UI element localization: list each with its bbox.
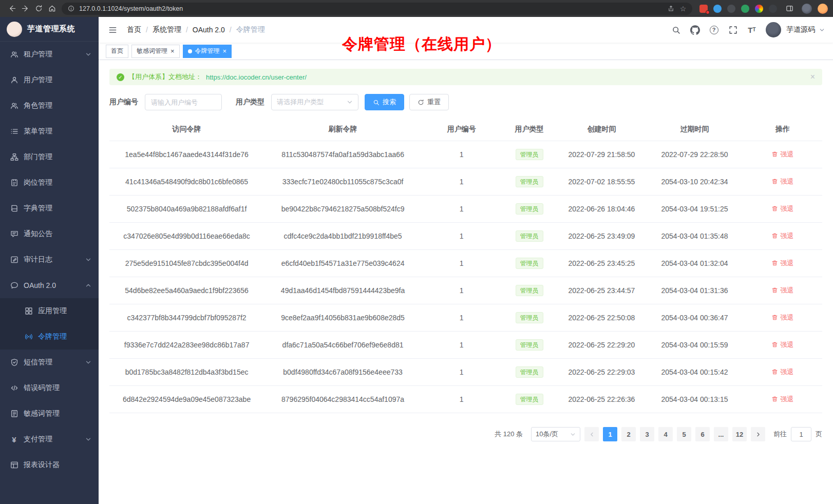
page-button-2[interactable]: 2 [621,427,636,441]
force-logout-button[interactable]: 强退 [771,204,793,214]
force-logout-button[interactable]: 强退 [771,231,793,241]
reset-button[interactable]: 重置 [409,94,449,110]
sensitive-words-book-icon [10,410,18,418]
page-ellipsis[interactable]: ... [714,427,728,441]
sidebar-item-role[interactable]: 角色管理 [0,93,99,119]
sidebar-item-notice[interactable]: 通知公告 [0,221,99,247]
sidebar-item-oauth-app[interactable]: 应用管理 [0,298,99,324]
extension-icon-red[interactable] [699,5,708,13]
site-info-icon[interactable] [67,5,75,13]
goto-page-input[interactable] [791,427,811,441]
user-id-input[interactable] [145,94,222,110]
back-button[interactable] [5,2,18,15]
search-icon[interactable] [671,25,681,35]
dictionary-book-icon [10,204,18,213]
url-bar[interactable]: 127.0.0.1:1024/system/oauth2/token ☆ [62,3,692,15]
tab-home[interactable]: 首页 [106,45,128,58]
trash-icon [771,205,778,212]
table-row: f9336e7c7dd242a283ee98dc86b17a87 dfa6c71… [109,332,822,359]
browser-chrome: 127.0.0.1:1024/system/oauth2/token ☆ [0,0,833,17]
app-logo[interactable]: 芋道管理系统 [0,17,99,42]
refresh-token-cell: e6cfd40eb1f54571a31e775e039c4624 [264,250,422,277]
side-panel-icon[interactable] [783,2,796,15]
tab-token-management[interactable]: 令牌管理 × [183,45,232,58]
page-button-5[interactable]: 5 [677,427,691,441]
sidebar-item-sms[interactable]: 短信管理 [0,350,99,375]
org-tree-icon [10,153,18,162]
user-id-cell: 1 [422,196,501,223]
extension-icon-green[interactable] [741,5,749,13]
force-logout-button[interactable]: 强退 [771,313,793,322]
sidebar-item-dict[interactable]: 字典管理 [0,196,99,221]
access-token-cell: 54d6be82ee5a460a9aedc1f9bf223656 [109,277,264,304]
extension-icon-paw[interactable] [769,5,777,13]
page-button-6[interactable]: 6 [695,427,710,441]
close-icon[interactable]: × [810,72,815,82]
prev-page-button[interactable] [584,427,599,441]
expire-time-cell: 2054-03-04 00:36:47 [646,304,743,332]
force-logout-button[interactable]: 强退 [771,286,793,295]
chevron-down-icon [85,359,91,365]
doc-link[interactable]: https://doc.iocoder.cn/user-center/ [206,73,307,81]
refresh-token-cell: cdfc4ce9c2da4bb1bdf21b9918ff4be5 [264,223,422,250]
user-avatar[interactable] [766,22,781,37]
url-text[interactable]: 127.0.0.1:1024/system/oauth2/token [79,5,662,12]
sidebar-item-audit-log[interactable]: 审计日志 [0,247,99,273]
reload-button[interactable] [32,2,45,15]
sidebar-item-tenant[interactable]: 租户管理 [0,42,99,67]
force-logout-button[interactable]: 强退 [771,340,793,350]
extension-icon-blue[interactable] [713,5,722,13]
font-size-icon[interactable]: TT [747,25,757,35]
sidebar-item-oauth-token[interactable]: 令牌管理 [0,324,99,350]
chevron-down-icon[interactable] [819,27,825,33]
share-icon[interactable] [667,5,675,13]
extension-icon-dark[interactable] [727,5,735,13]
force-logout-button[interactable]: 强退 [771,367,793,377]
sidebar-item-dept[interactable]: 部门管理 [0,144,99,170]
page-button-3[interactable]: 3 [640,427,654,441]
chevron-right-icon [755,432,761,437]
browser-profile-avatar[interactable] [818,4,828,14]
forward-button[interactable] [18,2,32,15]
fullscreen-icon[interactable] [728,25,738,35]
search-button[interactable]: 搜索 [365,94,404,110]
close-icon[interactable]: × [223,48,227,54]
sidebar-fold-icon[interactable] [107,24,118,35]
breadcrumb-oauth[interactable]: OAuth 2.0 [193,26,225,34]
force-logout-button[interactable]: 强退 [771,150,793,159]
force-logout-button[interactable]: 强退 [771,395,793,404]
sidebar-item-user[interactable]: 用户管理 [0,67,99,93]
sidebar-item-post[interactable]: 岗位管理 [0,170,99,196]
force-logout-button[interactable]: 强退 [771,259,793,268]
page-size-select[interactable]: 10条/页 [531,427,580,441]
sidebar-item-payment[interactable]: ¥ 支付管理 [0,427,99,452]
breadcrumb-system[interactable]: 系统管理 [153,25,181,34]
user-type-select[interactable]: 请选择用户类型 [271,94,358,110]
sidebar-item-error-code[interactable]: 错误码管理 [0,375,99,401]
page-button-12[interactable]: 12 [732,427,747,441]
user-id-cell: 1 [422,223,501,250]
home-button[interactable] [45,2,59,15]
access-token-cell: 502375b8040a469a9b82188afdf6af1f [109,196,264,223]
next-page-button[interactable] [751,427,765,441]
create-time-cell: 2022-06-25 23:44:57 [557,277,647,304]
tab-sensitive-words[interactable]: 敏感词管理 × [131,45,180,58]
page-button-4[interactable]: 4 [658,427,673,441]
github-icon[interactable] [690,25,700,35]
sidebar-item-report-designer[interactable]: 报表设计器 [0,452,99,478]
sidebar-item-oauth[interactable]: OAuth 2.0 [0,273,99,298]
extension-icon-rainbow[interactable] [755,5,763,13]
user-type-cell: 管理员 [501,223,557,250]
account-avatar[interactable] [802,4,812,14]
bookmark-star-icon[interactable]: ☆ [679,5,687,13]
force-logout-button[interactable]: 强退 [771,177,793,186]
sidebar-item-sensitive-words[interactable]: 敏感词管理 [0,401,99,427]
username[interactable]: 芋道源码 [786,25,815,34]
sidebar-item-menu[interactable]: 菜单管理 [0,119,99,144]
help-icon[interactable]: ? [709,25,719,35]
close-icon[interactable]: × [171,48,175,54]
breadcrumb-home[interactable]: 首页 [127,25,141,34]
actions-cell: 强退 [743,386,822,413]
page-button-1[interactable]: 1 [603,427,617,441]
main-area: 首页 / 系统管理 / OAuth 2.0 / 令牌管理 ? TT 芋道源码 [99,17,833,504]
